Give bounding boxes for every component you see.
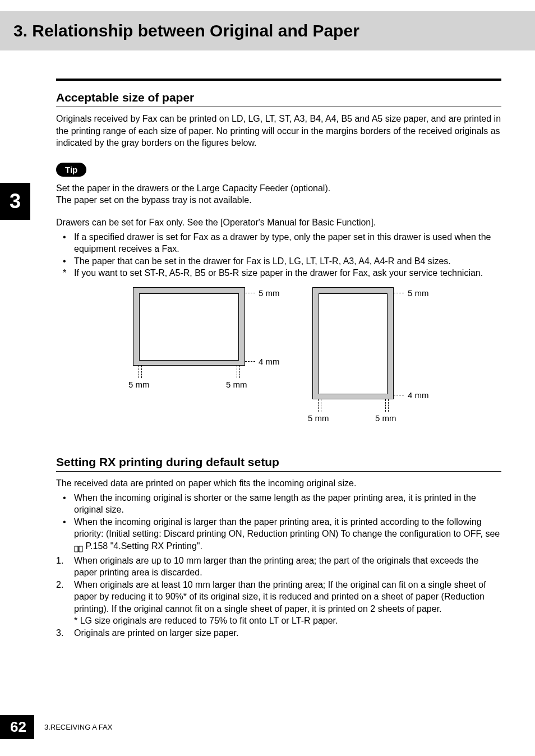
list-item: 1.When originals are up to 10 mm larger … — [56, 555, 501, 579]
list-item: •If a specified drawer is set for Fax as… — [56, 231, 501, 255]
list-item: •The paper that can be set in the drawer… — [56, 255, 501, 268]
content-area: Acceptable size of paper Originals recei… — [0, 79, 535, 639]
list-item: 3.Originals are printed on larger size p… — [56, 627, 501, 639]
list-item: •When the incoming original is larger th… — [56, 516, 501, 552]
section1-intro: Originals received by Fax can be printed… — [56, 113, 501, 149]
book-icon — [74, 543, 83, 550]
tip-badge: Tip — [56, 163, 86, 177]
diagram-landscape: 5 mm 4 mm 5 mm 5 mm — [133, 287, 256, 394]
section2-heading: Setting RX printing during default setup — [56, 455, 501, 472]
note-intro: Drawers can be set for Fax only. See the… — [56, 216, 501, 229]
section1-bullets: •If a specified drawer is set for Fax as… — [56, 231, 501, 279]
diagram-container: 5 mm 4 mm 5 mm 5 mm 5 mm 4 mm 5 mm 5 mm — [56, 287, 501, 433]
diagram-portrait: 5 mm 4 mm 5 mm 5 mm — [312, 287, 425, 433]
page-title: 3. Relationship between Original and Pap… — [13, 21, 535, 40]
section2-intro: The received data are printed on paper w… — [56, 477, 501, 490]
list-item: *If you want to set ST-R, A5-R, B5 or B5… — [56, 267, 501, 279]
divider — [56, 79, 501, 81]
section1-heading: Acceptable size of paper — [56, 91, 501, 107]
list-item: •When the incoming original is shorter o… — [56, 492, 501, 516]
section2-bullets: •When the incoming original is shorter o… — [56, 492, 501, 552]
page-number: 62 — [0, 715, 34, 739]
tip-line1: Set the paper in the drawers or the Larg… — [56, 182, 501, 195]
list-item: 2.When originals are at least 10 mm larg… — [56, 579, 501, 627]
footer: 62 3.RECEIVING A FAX — [0, 715, 112, 739]
title-bar: 3. Relationship between Original and Pap… — [0, 11, 535, 50]
section2-numbered: 1.When originals are up to 10 mm larger … — [56, 555, 501, 639]
chapter-tab: 3 — [0, 183, 30, 220]
tip-line2: The paper set on the bypass tray is not … — [56, 194, 501, 206]
footer-text: 3.RECEIVING A FAX — [44, 723, 112, 731]
